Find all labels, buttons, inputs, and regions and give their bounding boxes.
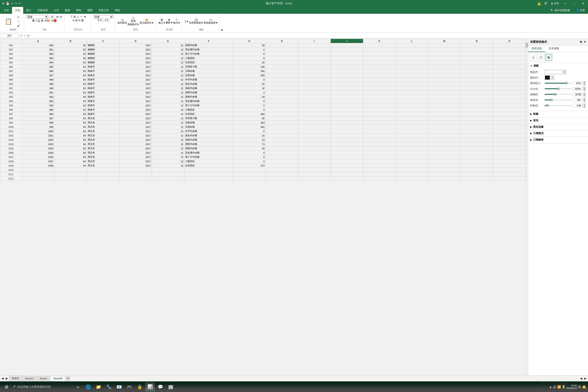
bevel-header[interactable]: ▶ 三维格式 [528,130,588,136]
angle-up[interactable]: ▲ [583,98,586,100]
conditional-format-btn[interactable]: 📊条件格式 [118,18,127,24]
cell-empty[interactable] [460,95,493,99]
cell-empty[interactable] [396,69,428,73]
cell-d[interactable]: 2017 [119,78,152,82]
cell-empty[interactable] [493,116,526,120]
cell-c[interactable]: 杨晓丽 [87,52,119,56]
cell-empty[interactable] [363,52,396,56]
col-header-f[interactable]: F [184,39,233,43]
cell-empty[interactable] [428,116,460,120]
cell-d[interactable]: 2017 [119,155,152,159]
cell-b[interactable]: 82 [54,60,87,65]
cell-empty[interactable] [493,82,526,86]
cell-empty[interactable] [428,155,460,159]
cell-d[interactable]: 2017 [119,56,152,60]
cell-g[interactable]: 0 [233,78,266,82]
size-icon[interactable]: ⊞ [545,54,552,61]
col-header-b[interactable]: B [54,39,87,43]
cell-d[interactable]: 2017 [119,108,152,112]
cell-empty[interactable] [493,78,526,82]
cell-c[interactable]: 杨晓丽 [87,56,119,60]
cell-empty[interactable] [493,138,526,142]
cell-empty[interactable] [428,142,460,146]
cell-empty[interactable] [428,69,460,73]
cell-empty[interactable] [396,95,428,99]
cell-a[interactable]: 997 [22,116,54,120]
cell-empty[interactable] [493,159,526,164]
cell-empty[interactable] [363,112,396,116]
cell-empty[interactable] [266,86,298,90]
cell-empty[interactable] [266,52,298,56]
cell-empty[interactable] [363,82,396,86]
notification-btn[interactable]: 🔔 [582,385,586,389]
cell-a[interactable]: 1000 [22,129,54,134]
row-header[interactable]: 994 [0,99,22,103]
cell-a[interactable]: 1007 [22,159,54,164]
cell-d[interactable]: 2017 [119,86,152,90]
cell-a[interactable]: 984 [22,60,54,65]
cell-empty[interactable] [330,116,363,120]
cell-empty[interactable] [266,146,298,151]
blur-slider[interactable] [545,94,572,95]
format-painter-button[interactable]: 🖌 [14,24,22,28]
cell-a[interactable]: 988 [22,78,54,82]
cell-f[interactable]: 保险均余额 [184,138,233,142]
cell-empty[interactable] [396,138,428,142]
cell-empty[interactable] [428,43,460,48]
indent-btn[interactable]: ⇥ [84,15,86,18]
cell-empty[interactable] [298,176,330,181]
cell-empty[interactable] [428,134,460,138]
cell-empty[interactable] [266,176,298,181]
cell-empty[interactable] [396,168,428,172]
cell-e[interactable]: 12 [152,142,184,146]
cell-empty[interactable] [266,159,298,164]
font-increase-btn[interactable]: A+ [56,16,59,18]
transparency-slider[interactable] [545,83,572,84]
distance-down[interactable]: ▼ [583,106,586,108]
cell-empty[interactable] [493,43,526,48]
cell-e[interactable]: 12 [152,155,184,159]
cell-empty[interactable] [396,90,428,95]
cell-empty[interactable] [428,108,460,112]
angle-slider[interactable] [545,100,572,100]
cell-b[interactable]: 84 [54,116,87,120]
insert-function-icon[interactable]: ƒx [27,34,30,37]
cell-g[interactable]: 32 [233,86,266,90]
cell-empty[interactable] [363,90,396,95]
cell-b[interactable]: 83 [54,78,87,82]
fill-color-btn[interactable]: A🎨 [45,19,50,22]
cell-empty[interactable] [363,120,396,125]
angle-down[interactable]: ▼ [583,100,586,102]
cell-a[interactable]: 981 [22,48,54,52]
cell-f[interactable]: 第三方均余额 [184,103,233,108]
cell-c[interactable]: 陈春丹 [87,82,119,86]
row-header[interactable]: 1010 [0,168,22,172]
cell-f[interactable] [184,172,233,176]
cell-f[interactable]: 国债均余额 [184,146,233,151]
distance-slider[interactable] [545,105,572,106]
redo-icon[interactable]: ↪ [14,2,17,5]
cell-empty[interactable] [298,120,330,125]
scroll-tab-left[interactable]: ◀ [580,377,583,380]
cell-empty[interactable] [363,69,396,73]
cell-f[interactable]: 住房贷款 [184,164,233,168]
cell-empty[interactable] [330,134,363,138]
cell-empty[interactable] [396,56,428,60]
cell-d[interactable]: 2017 [119,99,152,103]
cell-a[interactable]: 990 [22,86,54,90]
cell-a[interactable]: 1004 [22,146,54,151]
cell-empty[interactable] [330,164,363,168]
cell-b[interactable]: 83 [54,99,87,103]
col-header-a[interactable]: A [22,39,54,43]
color-box[interactable] [545,76,550,80]
name-box[interactable]: J17 [1,34,18,38]
tab-developer[interactable]: 开发工具 [96,7,112,14]
cell-a[interactable] [22,176,54,181]
cell-empty[interactable] [330,78,363,82]
cell-c[interactable]: 陈春丹 [87,112,119,116]
cell-d[interactable]: 2017 [119,90,152,95]
cell-e[interactable]: 12 [152,164,184,168]
cell-empty[interactable] [460,90,493,95]
sheet-tab-sheet21[interactable]: Sheet21 [22,376,36,381]
cell-empty[interactable] [298,151,330,155]
